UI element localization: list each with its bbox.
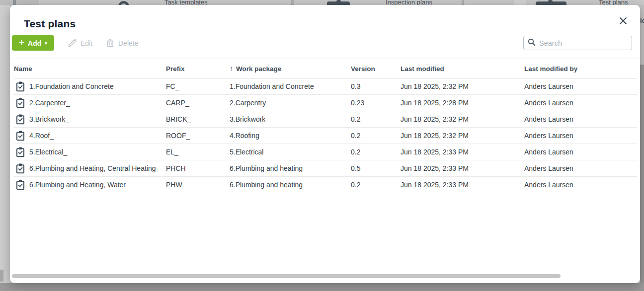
table-header-row: Name Prefix ↑ Work package Version Last … <box>14 59 637 78</box>
table-row[interactable]: 2.Carpenter_ CARP_ 2.Carpentry 0.23 Jun … <box>14 95 637 111</box>
backdrop-right-margin: ic <box>640 5 644 65</box>
test-plan-name: 5.Electrical_ <box>29 148 67 156</box>
add-button[interactable]: + Add ▾ <box>12 35 54 51</box>
column-header-name[interactable]: Name <box>14 65 166 73</box>
backdrop-top-strip: Task templates Inspection plans Test pla… <box>0 0 644 5</box>
test-plan-work-package: 1.Foundation and Concrete <box>230 82 351 90</box>
test-plan-name: 6.Plumbing and Heating, Water <box>29 181 126 189</box>
test-plan-work-package: 5.Electrical <box>230 148 351 156</box>
test-plan-name-cell: 3.Brickwork_ <box>14 114 166 125</box>
backdrop-separator <box>462 0 464 5</box>
backdrop-right-margin-lower <box>640 65 644 291</box>
test-plan-work-package: 4.Roofing <box>230 132 351 140</box>
table-row[interactable]: 6.Plumbing and Heating, Central Heating … <box>14 160 637 177</box>
test-plan-version: 0.2 <box>351 148 401 156</box>
test-plan-last-modified: Jun 18 2025, 2:33 PM <box>401 181 524 189</box>
backdrop-text-fragment: ic <box>640 17 644 24</box>
search-input[interactable] <box>539 39 628 47</box>
backdrop-separator <box>291 0 294 5</box>
delete-button[interactable]: Delete <box>106 39 138 47</box>
column-header-version[interactable]: Version <box>351 65 401 73</box>
test-plan-work-package: 6.Plumbing and heating <box>230 164 351 172</box>
test-plan-work-package: 2.Carpentry <box>230 99 351 107</box>
test-plan-prefix: PHW <box>166 181 230 189</box>
test-plan-prefix: PHCH <box>166 164 230 172</box>
test-plan-prefix: ROOF_ <box>166 132 230 140</box>
table-row[interactable]: 6.Plumbing and Heating, Water PHW 6.Plum… <box>14 177 637 193</box>
backdrop-card-edge <box>0 0 39 5</box>
backdrop-bottom-strip <box>0 283 644 291</box>
horizontal-scrollbar[interactable] <box>12 274 561 278</box>
test-plan-last-modified: Jun 18 2025, 2:33 PM <box>401 164 524 172</box>
test-plan-work-package: 3.Brickwork <box>230 115 351 123</box>
test-plan-name-cell: 2.Carpenter_ <box>14 98 166 108</box>
search-box <box>523 36 632 50</box>
backdrop-left-dark-block <box>0 270 3 282</box>
chevron-down-icon: ▾ <box>45 41 47 46</box>
close-icon[interactable] <box>618 16 628 26</box>
test-plan-last-modified-by: Anders Laursen <box>524 164 637 172</box>
test-plan-prefix: FC_ <box>166 82 230 90</box>
table-row[interactable]: 1.Foundation and Concrete FC_ 1.Foundati… <box>14 78 637 95</box>
plus-icon: + <box>19 38 24 47</box>
test-plan-name-cell: 5.Electrical_ <box>14 147 166 157</box>
test-plan-name-cell: 4.Roof_ <box>14 131 166 141</box>
test-plan-clipboard-check-icon <box>16 147 25 157</box>
test-plans-table: Name Prefix ↑ Work package Version Last … <box>14 59 637 193</box>
test-plan-clipboard-check-icon <box>16 180 25 190</box>
test-plan-name: 4.Roof_ <box>29 132 54 140</box>
test-plan-last-modified: Jun 18 2025, 2:32 PM <box>401 132 524 140</box>
page-title: Test plans <box>24 18 76 30</box>
backdrop-left-margin <box>0 5 10 286</box>
backdrop-card-label: Test plans <box>599 0 628 5</box>
test-plan-last-modified: Jun 18 2025, 2:28 PM <box>401 99 524 107</box>
test-plan-last-modified-by: Anders Laursen <box>524 82 637 90</box>
toolbar: + Add ▾ Edit Delete <box>12 35 632 51</box>
column-header-last-modified-by[interactable]: Last modified by <box>524 65 637 73</box>
test-plan-name: 6.Plumbing and Heating, Central Heating <box>29 164 156 172</box>
test-plan-last-modified: Jun 18 2025, 2:33 PM <box>401 148 524 156</box>
test-plan-clipboard-check-icon <box>16 114 25 125</box>
column-header-prefix[interactable]: Prefix <box>166 65 230 73</box>
test-plan-last-modified-by: Anders Laursen <box>524 181 637 189</box>
backdrop-card-label: Inspection plans <box>386 0 432 5</box>
test-plan-work-package: 6.Plumbing and heating <box>230 181 351 189</box>
inspection-plans-icon-knob <box>336 0 341 3</box>
test-plan-version: 0.2 <box>351 115 401 123</box>
task-templates-icon <box>118 1 129 5</box>
test-plan-last-modified-by: Anders Laursen <box>524 148 637 156</box>
test-plan-version: 0.23 <box>351 99 401 107</box>
test-plan-clipboard-check-icon <box>16 81 25 92</box>
test-plan-last-modified: Jun 18 2025, 2:32 PM <box>401 82 524 90</box>
edit-button[interactable]: Edit <box>68 39 92 47</box>
test-plan-version: 0.2 <box>351 181 401 189</box>
table-row[interactable]: 3.Brickwork_ BRICK_ 3.Brickwork 0.2 Jun … <box>14 111 637 128</box>
table-body: 1.Foundation and Concrete FC_ 1.Foundati… <box>14 78 637 193</box>
trash-icon <box>106 39 114 47</box>
test-plans-icon-knob <box>548 0 553 3</box>
column-header-work-package-label: Work package <box>236 65 281 73</box>
test-plan-name: 3.Brickwork_ <box>29 115 69 123</box>
test-plan-name-cell: 6.Plumbing and Heating, Water <box>14 180 166 190</box>
test-plan-last-modified-by: Anders Laursen <box>524 99 637 107</box>
sort-ascending-icon: ↑ <box>230 65 233 73</box>
delete-button-label: Delete <box>118 39 138 47</box>
edit-button-label: Edit <box>80 39 92 47</box>
test-plan-name: 2.Carpenter_ <box>29 99 70 107</box>
pencil-icon <box>68 39 77 47</box>
test-plan-clipboard-check-icon <box>16 131 25 141</box>
test-plan-prefix: EL_ <box>166 148 230 156</box>
test-plan-clipboard-check-icon <box>16 98 25 108</box>
backdrop-card-label: Task templates <box>164 0 208 5</box>
column-header-work-package[interactable]: ↑ Work package <box>230 65 351 73</box>
test-plan-last-modified-by: Anders Laursen <box>524 132 637 140</box>
backdrop-light-block <box>514 0 526 5</box>
test-plan-version: 0.2 <box>351 132 401 140</box>
table-row[interactable]: 4.Roof_ ROOF_ 4.Roofing 0.2 Jun 18 2025,… <box>14 128 637 144</box>
test-plan-name: 1.Foundation and Concrete <box>29 82 114 90</box>
test-plan-version: 0.3 <box>351 82 401 90</box>
column-header-last-modified[interactable]: Last modified <box>401 65 524 73</box>
test-plan-name-cell: 6.Plumbing and Heating, Central Heating <box>14 163 166 174</box>
search-icon <box>528 38 536 48</box>
table-row[interactable]: 5.Electrical_ EL_ 5.Electrical 0.2 Jun 1… <box>14 144 637 160</box>
